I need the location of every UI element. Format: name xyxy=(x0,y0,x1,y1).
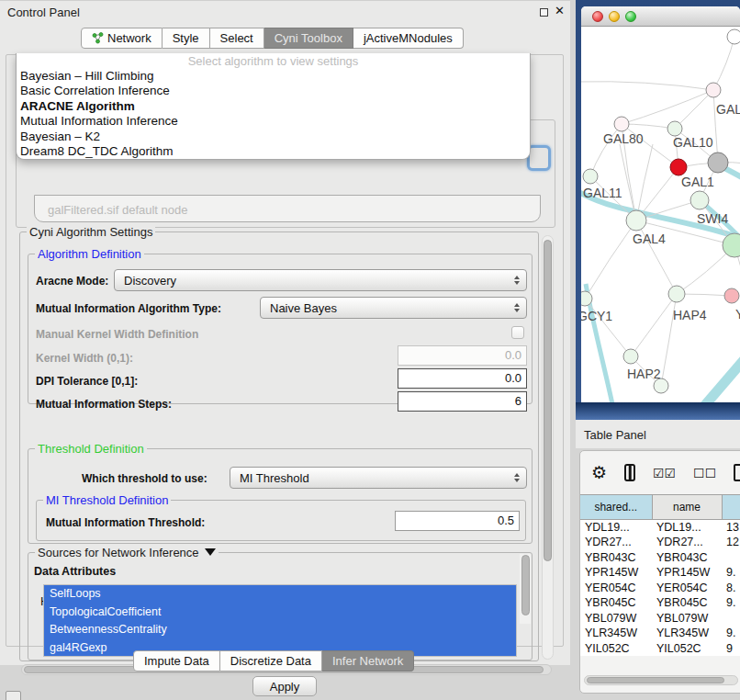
algorithm-definition-title: Algorithm Definition xyxy=(35,247,144,261)
aracne-mode-select[interactable]: Discovery xyxy=(114,269,527,291)
network-node-gal10[interactable] xyxy=(667,121,682,136)
mi-threshold-input[interactable]: 0.5 xyxy=(395,511,520,531)
tab-cyni-toolbox[interactable]: Cyni Toolbox xyxy=(264,28,353,49)
network-window-titlebar[interactable] xyxy=(581,6,740,27)
table-combobox[interactable]: galFiltered.sif default node xyxy=(34,195,541,222)
network-node-swi4[interactable] xyxy=(690,191,709,209)
column-header-name[interactable]: name xyxy=(652,495,722,520)
dpi-tolerance-input[interactable]: 0.0 xyxy=(398,368,527,389)
network-node-gal7[interactable] xyxy=(706,83,721,97)
network-node-gal4[interactable] xyxy=(626,210,646,231)
dpi-tolerance-label: DPI Tolerance [0,1]: xyxy=(36,375,138,388)
node-label-gal80: GAL80 xyxy=(603,131,644,146)
table-body: YDL19... YDL19... 13 YDR27... YDR27... 1… xyxy=(580,520,740,657)
mi-steps-input[interactable]: 6 xyxy=(398,391,527,412)
table-row[interactable]: YDL19... YDL19... 13 xyxy=(580,520,740,536)
network-canvas[interactable]: GAL7GAL80GAL10GAL1GAL11SWI4GAL4HAP4YGCY1… xyxy=(581,27,740,404)
algorithm-option[interactable]: ARACNE Algorithm xyxy=(17,99,530,114)
which-threshold-select[interactable]: MI Threshold xyxy=(230,467,527,489)
table-row[interactable]: YER054C YER054C 8. xyxy=(580,581,740,596)
network-node[interactable] xyxy=(727,29,740,44)
columns-icon[interactable] xyxy=(624,464,635,481)
mi-threshold-definition-title: MI Threshold Definition xyxy=(43,493,171,507)
tab-impute-data[interactable]: Impute Data xyxy=(133,650,220,672)
close-icon[interactable]: ✕ xyxy=(555,4,565,17)
table-panel: ⚙ ☑☑ ☐☐ shared... name YDL19... YDL19...… xyxy=(579,450,740,694)
network-window[interactable]: GAL7GAL80GAL10GAL1GAL11SWI4GAL4HAP4YGCY1… xyxy=(581,6,740,404)
data-attributes-list[interactable]: SelfLoops TopologicalCoefficient Between… xyxy=(43,584,517,657)
algorithm-option[interactable]: Basic Correlation Inference xyxy=(17,84,530,98)
attributes-scrollbar[interactable] xyxy=(520,554,531,624)
float-window-icon[interactable] xyxy=(540,8,548,17)
bottom-tabs: Impute Data Discretize Data Infer Networ… xyxy=(133,650,414,672)
kernel-width-input[interactable]: 0.0 xyxy=(398,345,527,366)
network-node-hap4[interactable] xyxy=(668,286,685,302)
minimize-traffic-light-icon[interactable] xyxy=(609,11,620,22)
tab-jactivemnodules[interactable]: jActiveMNodules xyxy=(353,28,464,49)
attribute-item[interactable]: SelfLoops xyxy=(44,585,516,604)
tab-discretize-data[interactable]: Discretize Data xyxy=(220,650,322,672)
table-row[interactable]: YBL079W YBL079W xyxy=(580,611,740,627)
algorithm-dropdown-placeholder: Select algorithm to view settings xyxy=(17,53,530,69)
sources-group: Sources for Network Inference Data Attri… xyxy=(28,552,533,660)
network-node-hap2[interactable] xyxy=(623,349,638,364)
apply-button[interactable]: Apply xyxy=(252,676,317,696)
node-table[interactable]: shared... name YDL19... YDL19... 13 YDR2… xyxy=(580,494,740,656)
tab-infer-network[interactable]: Infer Network xyxy=(322,650,414,672)
algorithm-dropdown[interactable]: Select algorithm to view settings Bayesi… xyxy=(16,53,531,160)
select-all-columns-icon[interactable]: ☑☑ xyxy=(653,466,676,480)
mi-steps-label: Mutual Information Steps: xyxy=(36,398,172,411)
table-horizontal-scrollbar[interactable] xyxy=(584,675,738,685)
table-row[interactable]: YPR145W YPR145W 9. xyxy=(580,565,740,581)
network-node-gcy1[interactable] xyxy=(581,291,592,306)
close-traffic-light-icon[interactable] xyxy=(592,11,603,22)
settings-group-title: Cyni Algorithm Settings xyxy=(27,225,155,239)
table-horizontal-scrollbar-thumb[interactable] xyxy=(587,677,724,683)
column-header-shared-name[interactable]: shared... xyxy=(580,495,652,520)
deselect-all-columns-icon[interactable]: ☐☐ xyxy=(693,466,716,480)
network-node-gal1[interactable] xyxy=(670,159,687,175)
algorithm-option[interactable]: Bayesian – Hill Climbing xyxy=(17,69,530,84)
algorithm-option[interactable]: Bayesian – K2 xyxy=(17,130,530,144)
table-row[interactable]: YDR27... YDR27... 12 xyxy=(580,535,740,550)
algorithm-option[interactable]: Mutual Information Inference xyxy=(17,114,530,129)
attribute-item[interactable]: BetweennessCentrality xyxy=(44,621,516,639)
settings-vertical-scrollbar[interactable] xyxy=(542,235,554,660)
settings-vertical-scrollbar-thumb[interactable] xyxy=(544,240,552,561)
tab-network[interactable]: Network xyxy=(81,28,163,49)
table-row[interactable]: YBR045C YBR045C 9. xyxy=(580,595,740,611)
collapsed-panel-button[interactable] xyxy=(6,691,21,700)
network-node-y[interactable] xyxy=(724,288,739,303)
kernel-width-label: Kernel Width (0,1): xyxy=(36,352,133,365)
sources-group-title[interactable]: Sources for Network Inference xyxy=(35,546,219,559)
table-row[interactable]: YLR345W YLR345W 9. xyxy=(580,626,740,641)
network-node-gal80[interactable] xyxy=(614,117,629,131)
table-row[interactable]: YIL052C YIL052C 9 xyxy=(580,641,740,657)
combo-arrows-icon xyxy=(514,473,520,482)
node-label-swi4: SWI4 xyxy=(697,211,728,226)
node-label-gal4: GAL4 xyxy=(633,231,666,246)
threshold-definition-group: Threshold Definition Which threshold to … xyxy=(28,448,533,544)
manual-kernel-width-label: Manual Kernel Width Definition xyxy=(36,328,198,341)
new-table-icon[interactable] xyxy=(734,464,740,481)
mi-algorithm-type-label: Mutual Information Algorithm Type: xyxy=(36,302,221,315)
manual-kernel-width-checkbox[interactable] xyxy=(511,326,524,339)
node-label-y: Y xyxy=(735,307,740,322)
gear-icon[interactable]: ⚙ xyxy=(591,464,607,481)
which-threshold-label: Which threshold to use: xyxy=(82,472,207,485)
network-node[interactable] xyxy=(723,233,740,257)
network-window-frame: GAL7GAL80GAL10GAL1GAL11SWI4GAL4HAP4YGCY1… xyxy=(576,0,740,420)
table-row[interactable]: YBR043C YBR043C xyxy=(580,550,740,566)
mi-algorithm-type-select[interactable]: Naive Bayes xyxy=(260,297,527,319)
zoom-traffic-light-icon[interactable] xyxy=(625,11,636,22)
network-node-gal11[interactable] xyxy=(583,169,598,184)
cyni-algorithm-settings-group: Cyni Algorithm Settings Algorithm Defini… xyxy=(19,231,539,661)
attribute-item[interactable]: TopologicalCoefficient xyxy=(44,604,516,622)
network-node[interactable] xyxy=(708,152,728,173)
algorithm-option[interactable]: Dream8 DC_TDC Algorithm xyxy=(17,144,530,159)
node-label-gal11: GAL11 xyxy=(583,186,622,200)
tab-style[interactable]: Style xyxy=(163,28,210,49)
attributes-scrollbar-thumb[interactable] xyxy=(521,555,530,615)
tab-select[interactable]: Select xyxy=(210,28,264,49)
column-header-cut[interactable] xyxy=(722,495,740,520)
